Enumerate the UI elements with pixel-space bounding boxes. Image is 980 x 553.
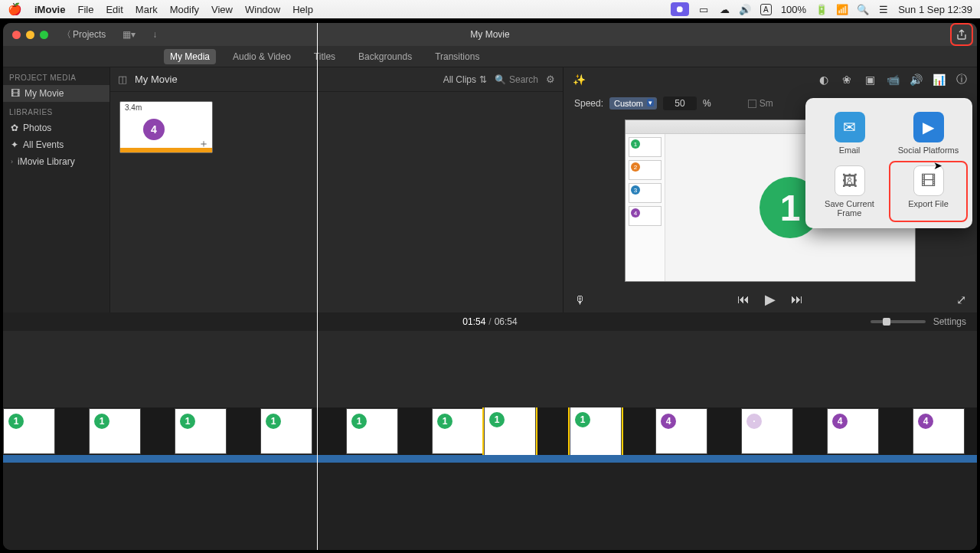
share-email-button[interactable]: ✉︎ Email [812, 109, 887, 158]
preview-toolbar: ✨ ◐ ❀ ▣ 📹 🔊 📊 ⓘ [564, 67, 977, 92]
magic-wand-icon[interactable]: ✨ [573, 74, 585, 86]
prev-frame-button[interactable]: ⏮ [737, 293, 750, 306]
search-field[interactable]: 🔍 Search [495, 74, 538, 85]
sidebar-item-imovie-library[interactable]: › iMovie Library [3, 153, 109, 170]
timeline-audio-waveform[interactable] [3, 455, 977, 463]
speed-value-input[interactable]: 50 [663, 97, 697, 110]
noise-equalizer-icon[interactable]: 📊 [933, 74, 945, 86]
chevron-left-icon: 〈 [62, 28, 71, 41]
playhead[interactable] [317, 23, 318, 550]
volume-icon[interactable]: 🔊 [740, 4, 751, 15]
crop-icon[interactable]: ▣ [864, 74, 876, 86]
minimize-window-button[interactable] [26, 31, 34, 39]
layout-toggle-icon[interactable]: ▦▾ [122, 29, 136, 40]
apple-menu-icon[interactable]: 🍎 [8, 2, 22, 16]
control-center-icon[interactable]: ☰ [877, 4, 889, 15]
share-save-frame-label: Save Current Frame [815, 199, 884, 218]
menu-modify[interactable]: Modify [170, 4, 199, 15]
menu-view[interactable]: View [211, 4, 233, 15]
film-icon: 🎞 [11, 88, 20, 99]
speed-label: Speed: [574, 98, 603, 109]
speed-preset-dropdown[interactable]: Custom [609, 97, 657, 110]
share-social-button[interactable]: ▶ Social Platforms [890, 109, 966, 158]
timeline-clip[interactable]: 1 [432, 408, 484, 454]
sidebar-item-my-movie[interactable]: 🎞 My Movie [3, 85, 109, 102]
timeline-clip-selected[interactable]: 1 [484, 407, 536, 456]
tab-transitions[interactable]: Transitions [429, 49, 485, 64]
settings-gear-icon[interactable]: ⚙ [546, 74, 555, 85]
social-icon: ▶ [913, 112, 944, 142]
email-icon: ✉︎ [835, 112, 865, 142]
playhead-track[interactable] [317, 407, 318, 463]
share-export-file-button[interactable]: 🎞 Export File ➤ [890, 162, 966, 221]
zoom-window-button[interactable] [40, 31, 48, 39]
timeline-clip[interactable]: 4 [655, 408, 707, 454]
media-clip-thumbnail[interactable]: 3.4m 4 ＋ [119, 101, 213, 153]
menu-file[interactable]: File [77, 4, 93, 15]
timeline-zoom-slider[interactable] [871, 320, 926, 323]
slide-thumb-1: 1 [631, 139, 640, 149]
sidebar-section-project-media: PROJECT MEDIA [3, 67, 109, 85]
timeline-clip[interactable]: 4 [827, 408, 879, 454]
battery-percent[interactable]: 100% [781, 4, 806, 15]
spotlight-icon[interactable]: 🔍 [857, 4, 868, 15]
timeline-clip[interactable]: 1 [175, 408, 227, 454]
share-button[interactable] [952, 25, 971, 44]
menu-mark[interactable]: Mark [136, 4, 158, 15]
timeline-clip[interactable]: 1 [3, 408, 55, 454]
close-window-button[interactable] [12, 31, 21, 39]
timeline-video-track[interactable]: 1 1 1 1 1 1 1 1 4 · 4 4 [3, 407, 977, 463]
timeline-clip[interactable]: 1 [89, 408, 141, 454]
timeline-ruler[interactable] [3, 331, 977, 407]
timeline-clip[interactable]: · [741, 408, 793, 454]
volume-adjust-icon[interactable]: 🔊 [910, 74, 922, 86]
voiceover-mic-icon[interactable]: 🎙 [574, 293, 586, 306]
input-source-icon[interactable]: A [760, 4, 772, 15]
wifi-icon[interactable]: 📶 [836, 4, 848, 15]
tab-backgrounds[interactable]: Backgrounds [352, 49, 418, 64]
save-frame-icon: 🖼 [835, 165, 865, 196]
back-to-projects-button[interactable]: 〈 Projects [62, 28, 106, 41]
import-icon[interactable]: ↓ [152, 29, 157, 40]
menu-edit[interactable]: Edit [106, 4, 122, 15]
sidebar-item-photos[interactable]: ✿ Photos [3, 119, 109, 136]
next-frame-button[interactable]: ⏭ [791, 293, 803, 306]
battery-icon[interactable]: 🔋 [815, 4, 827, 15]
tab-my-media[interactable]: My Media [164, 49, 216, 64]
sidebar-toggle-icon[interactable]: ◫ [118, 74, 127, 85]
timeline-total-time: 06:54 [495, 316, 518, 327]
timeline-clip[interactable]: 4 [913, 408, 965, 454]
timeline-settings-button[interactable]: Settings [933, 316, 966, 327]
slide-thumb-3: 3 [631, 185, 640, 195]
library-tabs: My Media Audio & Video Titles Background… [3, 46, 977, 67]
menubar-datetime[interactable]: Sun 1 Sep 12:39 [898, 4, 972, 15]
menu-window[interactable]: Window [245, 4, 280, 15]
clips-filter-dropdown[interactable]: All Clips ⇅ [443, 74, 487, 85]
fullscreen-icon[interactable]: ⤢ [956, 293, 966, 307]
share-social-label: Social Platforms [898, 146, 959, 155]
screen-mirror-icon[interactable]: ▭ [698, 4, 710, 15]
slide-thumb-4: 4 [631, 208, 640, 218]
timeline-clip-selected[interactable]: 1 [570, 407, 622, 456]
tab-titles[interactable]: Titles [308, 49, 341, 64]
color-balance-icon[interactable]: ◐ [818, 74, 830, 86]
slide-thumb-2: 2 [631, 162, 640, 172]
info-icon[interactable]: ⓘ [956, 74, 968, 86]
timeline-clip[interactable]: 1 [346, 408, 398, 454]
play-button[interactable]: ▶ [765, 291, 776, 308]
share-icon [956, 28, 968, 41]
tab-audio-video[interactable]: Audio & Video [227, 49, 297, 64]
share-save-frame-button[interactable]: 🖼 Save Current Frame [812, 162, 887, 221]
color-correction-icon[interactable]: ❀ [841, 74, 853, 86]
app-menu[interactable]: iMovie [34, 4, 65, 15]
menu-help[interactable]: Help [292, 4, 313, 15]
smooth-checkbox[interactable] [748, 100, 756, 108]
share-popover: ✉︎ Email ▶ Social Platforms 🖼 Save Curre… [805, 98, 972, 228]
screen-recording-indicator[interactable]: ⏺ [671, 2, 689, 16]
cloud-icon[interactable]: ☁︎ [719, 4, 730, 15]
star-icon: ✦ [11, 139, 18, 150]
sidebar-item-label: Photos [23, 123, 51, 133]
sidebar-item-all-events[interactable]: ✦ All Events [3, 136, 109, 153]
stabilization-icon[interactable]: 📹 [887, 74, 899, 86]
timeline-clip[interactable]: 1 [260, 408, 312, 454]
